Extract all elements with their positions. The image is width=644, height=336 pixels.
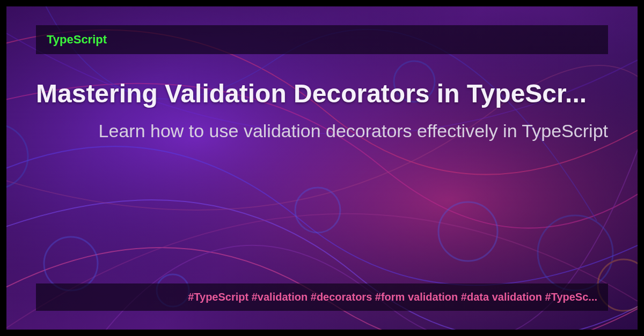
abstract-background [6, 6, 638, 330]
tags-bar: #TypeScript #validation #decorators #for… [36, 283, 608, 311]
article-subtitle: Learn how to use validation decorators e… [36, 119, 608, 144]
category-bar: TypeScript [36, 25, 608, 54]
category-label: TypeScript [47, 33, 597, 47]
card-frame: TypeScript Mastering Validation Decorato… [6, 6, 638, 330]
tags-list: #TypeScript #validation #decorators #for… [47, 291, 597, 303]
article-title: Mastering Validation Decorators in TypeS… [36, 79, 608, 108]
